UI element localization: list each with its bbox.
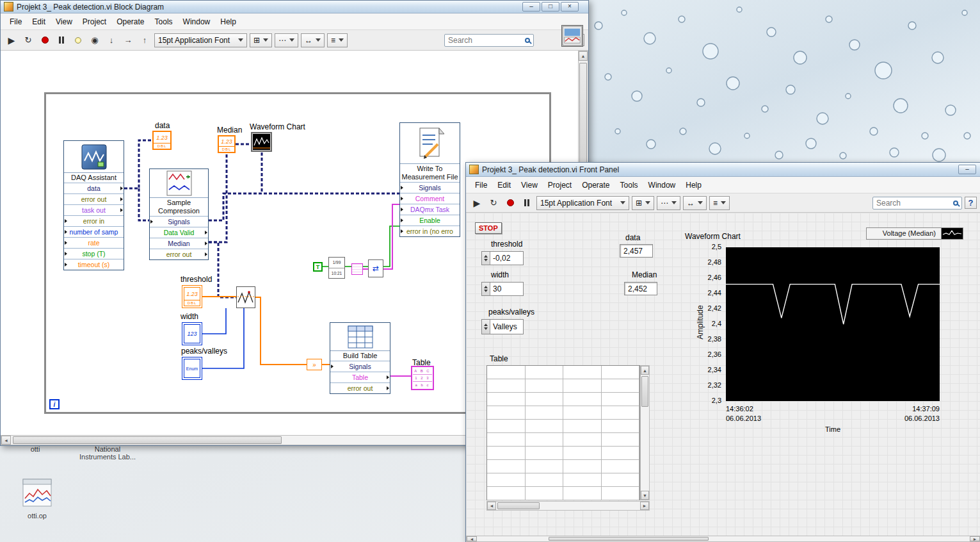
table-cell[interactable]	[602, 379, 640, 393]
table-vertical-scrollbar[interactable]: ▲ ▼	[640, 365, 650, 500]
menu-item-tools[interactable]: Tools	[150, 15, 178, 28]
peaks-valleys-terminal-label[interactable]: peaks/valleys	[181, 347, 228, 356]
table-cell[interactable]	[563, 487, 602, 500]
table-cell[interactable]	[602, 487, 640, 500]
table-cell[interactable]	[487, 366, 526, 379]
chart-legend[interactable]: Voltage (Median)	[866, 227, 963, 240]
run-button[interactable]: ▶	[470, 196, 484, 210]
table-cell[interactable]	[526, 473, 564, 487]
table-cell[interactable]	[602, 366, 640, 379]
table-cell[interactable]	[602, 460, 640, 473]
font-selector[interactable]: 15pt Application Font	[154, 33, 247, 47]
table-horizontal-scrollbar[interactable]: ◄ ►	[486, 501, 650, 511]
terminal-row-rate[interactable]: rate	[64, 237, 124, 248]
table-cell[interactable]	[487, 447, 526, 460]
reorder-button[interactable]: ≡	[327, 33, 348, 47]
terminal-row-signals[interactable]: Signals	[330, 361, 390, 372]
table-cell[interactable]	[563, 379, 602, 393]
table-indicator-terminal[interactable]: A B C 1 2 3 a b c	[411, 366, 434, 390]
threshold-value[interactable]: -0,02	[490, 252, 523, 265]
chart-plot-area[interactable]	[726, 247, 940, 401]
increment-decrement-icon[interactable]	[482, 283, 490, 295]
table-cell[interactable]	[526, 487, 564, 500]
table-cell[interactable]	[487, 460, 526, 473]
daq-assistant-node[interactable]: DAQ Assistant dataerror outtask outerror…	[63, 140, 124, 270]
run-continuously-button[interactable]: ↻	[486, 196, 501, 210]
table-cell[interactable]	[526, 393, 564, 406]
terminal-row-signals[interactable]: Signals	[150, 216, 208, 227]
terminal-row-task-out[interactable]: task out	[64, 204, 124, 215]
fp-table-grid[interactable]	[486, 365, 640, 500]
scrollbar-thumb[interactable]	[13, 436, 282, 444]
table-cell[interactable]	[602, 473, 640, 487]
table-cell[interactable]	[563, 393, 602, 406]
scroll-right-button[interactable]: ►	[640, 502, 649, 510]
terminal-row-comment[interactable]: Comment	[400, 193, 460, 204]
minimize-button[interactable]: –	[522, 2, 540, 12]
menu-item-window[interactable]: Window	[643, 179, 681, 192]
terminal-row-error-in[interactable]: error in	[64, 215, 124, 226]
table-cell[interactable]	[487, 393, 526, 406]
table-cell[interactable]	[602, 406, 640, 420]
desktop-icon-ni-lab[interactable]: National Instruments Lab...	[78, 445, 137, 461]
terminal-row-stop-t-[interactable]: stop (T)	[64, 248, 124, 259]
table-cell[interactable]	[526, 379, 564, 393]
pause-button[interactable]	[520, 196, 534, 210]
true-constant[interactable]: T	[313, 262, 323, 272]
menu-item-help[interactable]: Help	[680, 179, 707, 192]
width-control-terminal[interactable]: 123	[182, 322, 202, 345]
table-cell[interactable]	[526, 420, 564, 433]
table-cell[interactable]	[602, 447, 640, 460]
front-panel-titlebar[interactable]: Projekt 3_ Peak detection.vi Front Panel…	[466, 163, 980, 177]
comment-string-constant[interactable]	[351, 263, 363, 275]
context-help-button[interactable]: ?	[965, 197, 977, 209]
loop-iteration-terminal[interactable]: i	[49, 399, 60, 409]
peaks-valleys-control-terminal[interactable]: Enum	[182, 357, 202, 380]
chart-legend-line-thumbnail[interactable]	[941, 228, 963, 239]
table-cell[interactable]	[563, 366, 602, 379]
peaks-valleys-selector[interactable]: Valleys	[481, 319, 524, 334]
menu-item-edit[interactable]: Edit	[492, 179, 516, 192]
menu-item-project[interactable]: Project	[77, 15, 111, 28]
menu-item-file[interactable]: File	[470, 179, 492, 192]
scrollbar-thumb[interactable]	[641, 376, 648, 407]
peaks-valleys-value[interactable]: Valleys	[490, 320, 523, 334]
table-cell[interactable]	[487, 379, 526, 393]
increment-decrement-icon[interactable]	[482, 320, 490, 334]
scroll-down-button[interactable]: ▼	[641, 491, 649, 500]
desktop-icon-otti[interactable]: otti	[16, 445, 54, 453]
menu-item-help[interactable]: Help	[215, 15, 241, 28]
table-cell[interactable]	[487, 433, 526, 447]
median-indicator-terminal[interactable]: 1.23 DBL	[218, 135, 236, 153]
terminal-row-table[interactable]: Table	[330, 372, 390, 382]
menu-item-file[interactable]: File	[4, 15, 27, 28]
stop-button[interactable]: STOP	[475, 222, 502, 234]
retain-wire-values-button[interactable]: ◉	[88, 33, 102, 47]
vi-icon-thumbnail[interactable]	[561, 25, 583, 47]
step-out-button[interactable]: ↑	[138, 33, 152, 47]
data-indicator-terminal[interactable]: 1.23 DBL	[152, 131, 172, 150]
table-cell[interactable]	[602, 420, 640, 433]
search-box[interactable]: Search	[444, 34, 534, 47]
table-cell[interactable]	[563, 460, 602, 473]
abort-button[interactable]	[38, 33, 52, 47]
distribute-objects-button[interactable]: ⋯	[275, 33, 298, 47]
resize-objects-button[interactable]: ↔	[683, 196, 707, 210]
run-button[interactable]: ▶	[4, 33, 19, 47]
terminal-row-signals[interactable]: Signals	[400, 182, 460, 193]
minimize-button[interactable]: –	[958, 165, 976, 174]
increment-decrement-icon[interactable]	[482, 252, 490, 265]
terminal-row-error-out[interactable]: error out	[330, 382, 390, 393]
menu-item-operate[interactable]: Operate	[111, 15, 149, 28]
scrollbar-thumb[interactable]	[579, 63, 587, 172]
table-cell[interactable]	[563, 433, 602, 447]
table-cell[interactable]	[602, 393, 640, 406]
write-to-measurement-file-node[interactable]: Write To Measurement File SignalsComment…	[399, 122, 460, 237]
block-diagram-titlebar[interactable]: Projekt 3_ Peak detection.vi Block Diagr…	[1, 1, 588, 13]
menu-item-view[interactable]: View	[51, 15, 77, 28]
terminal-row-median[interactable]: Median	[150, 238, 208, 249]
table-cell[interactable]	[487, 473, 526, 487]
menu-item-operate[interactable]: Operate	[577, 179, 615, 192]
run-continuously-button[interactable]: ↻	[21, 33, 35, 47]
table-cell[interactable]	[526, 460, 564, 473]
